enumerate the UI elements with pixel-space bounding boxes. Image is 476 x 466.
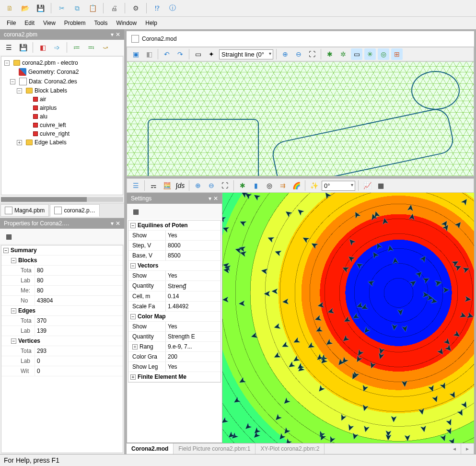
shapes-icon[interactable]: ◧ xyxy=(37,42,48,53)
zoom-in2-icon[interactable]: ⊕ xyxy=(192,180,204,191)
close-icon[interactable]: ✕ xyxy=(116,31,120,38)
window-icon[interactable]: ▣ xyxy=(130,48,141,60)
field-picture-viewport[interactable]: ➤➤➤➤➤➤➤➤➤➤➤➤➤➤➤➤➤➤➤➤➤➤➤➤➤➤➤➤➤➤➤➤➤➤➤➤➤➤➤➤… xyxy=(222,193,474,443)
fit2-icon[interactable]: ⛶ xyxy=(219,180,231,191)
result-toolbar: ☰ ⚎ 🧮 ∫ds ⊕ ⊖ ⛶ ✱ ▮ ◎ ⇉ 🌈 ✨ 0° 📈 ▦ xyxy=(127,178,474,193)
mesh-refine-icon[interactable]: ✳ xyxy=(364,48,376,60)
mesh1-icon[interactable]: ✱ xyxy=(324,48,336,60)
close-icon[interactable]: ✕ xyxy=(213,195,218,202)
mesh-target-icon[interactable]: ◎ xyxy=(378,48,389,60)
calc-icon[interactable]: 🧮 xyxy=(161,180,173,191)
zoom-out-icon[interactable]: ⊖ xyxy=(293,48,304,60)
menu-problem[interactable]: Problem xyxy=(64,20,86,26)
status-bar: For Help, press F1 xyxy=(0,454,476,466)
copy-icon[interactable]: ⧉ xyxy=(71,2,83,14)
contour-icon[interactable]: ◎ xyxy=(264,180,275,191)
solid-view-icon[interactable]: ▮ xyxy=(250,180,262,191)
doc-icon xyxy=(54,207,62,214)
vector-icon[interactable]: ⇉ xyxy=(277,180,289,191)
tab-corona2[interactable]: corona2.p… xyxy=(50,204,99,217)
settings-panel: Settings ▾✕ ▦ −Equilines of Poten ShowYe… xyxy=(127,193,222,443)
left-sidebar: corona2.pbm ▾ ✕ ☰ 💾 ◧ ➩ ≔ ≕ ⤻ −corona2.p… xyxy=(0,29,125,454)
fit-icon[interactable]: ⛶ xyxy=(306,48,318,60)
integral-icon[interactable]: ∫ds xyxy=(174,180,186,191)
folder-icon xyxy=(26,140,33,145)
options2-icon[interactable]: ⚎ xyxy=(148,180,159,191)
horizontal-scrollbar[interactable] xyxy=(1,197,123,202)
mesh2-icon[interactable]: ✲ xyxy=(337,48,349,60)
select-rect-icon[interactable]: ▭ xyxy=(192,48,204,60)
folder-icon xyxy=(13,60,20,66)
main-toolbar: 🗎 📂 💾 ✂ ⧉ 📋 🖨 ⚙ ⁉ ⓘ xyxy=(0,0,476,17)
model-title: Corona2.mod xyxy=(142,35,177,42)
tree-toolbar: ☰ 💾 ◧ ➩ ≔ ≕ ⤻ xyxy=(0,40,124,55)
tab-field-picture[interactable]: Field Picture corona2.pbm:1 xyxy=(174,443,255,454)
mesh-grid-icon[interactable]: ⊞ xyxy=(391,48,403,60)
rainbow-icon[interactable]: 🌈 xyxy=(290,180,302,191)
dropdown-icon[interactable]: ▾ xyxy=(111,220,114,227)
menu-tools[interactable]: Tools xyxy=(94,20,108,26)
open-file-icon[interactable]: 📂 xyxy=(19,2,31,14)
draw-mode-dropdown[interactable]: Straight line (0° xyxy=(219,49,273,59)
tree-panel-title: corona2.pbm xyxy=(4,31,37,38)
tab-xy-plot[interactable]: XY-Plot corona2.pbm:2 xyxy=(255,443,325,454)
mesh-toolbar: ▣ ◧ ↶ ↷ ▭ ✦ Straight line (0° ⊕ ⊖ ⛶ ✱ ✲ … xyxy=(127,47,474,61)
menu-bar: File Edit View Problem Tools Window Help xyxy=(0,17,476,29)
menu-window[interactable]: Window xyxy=(116,20,137,26)
magic-select-icon[interactable]: ✦ xyxy=(206,48,217,60)
options-icon[interactable]: ☰ xyxy=(3,42,14,53)
paste-icon[interactable]: 📋 xyxy=(87,2,98,14)
block-icon xyxy=(33,131,38,136)
mesh-view-icon[interactable]: ✱ xyxy=(237,180,248,191)
print-icon[interactable]: 🖨 xyxy=(108,2,120,14)
new-file-icon[interactable]: 🗎 xyxy=(4,2,15,14)
props-view-icon[interactable]: ▦ xyxy=(130,206,141,217)
block-icon xyxy=(33,123,38,128)
insert-icon[interactable]: ➩ xyxy=(51,42,63,53)
block-icon xyxy=(33,105,38,110)
scroll-left-icon[interactable]: ◂ xyxy=(448,443,461,454)
menu-help[interactable]: Help xyxy=(145,20,157,26)
properties-grid: −Summary −Blocks Tota80 Lab80 Me:80 No43… xyxy=(1,245,123,453)
filter1-icon[interactable]: ≔ xyxy=(71,42,82,53)
model-tab-header: Corona2.mod xyxy=(127,31,474,47)
save-icon[interactable]: 💾 xyxy=(35,2,46,14)
tab-magn4[interactable]: Magn4.pbm xyxy=(0,204,49,217)
props-view-icon[interactable]: ▦ xyxy=(3,231,14,242)
zoom-in-icon[interactable]: ⊕ xyxy=(279,48,291,60)
table-icon[interactable]: ▦ xyxy=(375,180,386,191)
geometry-icon xyxy=(19,68,26,76)
block-icon xyxy=(33,97,38,102)
menu-view[interactable]: View xyxy=(43,20,56,26)
properties-title: Properties for Corona2.… xyxy=(4,220,70,227)
settings-header: Settings ▾✕ xyxy=(127,193,222,204)
dropdown-icon[interactable]: ▾ xyxy=(111,31,114,38)
workspace-tabs: Corona2.mod Field Picture corona2.pbm:1 … xyxy=(127,443,474,454)
angle-dropdown[interactable]: 0° xyxy=(322,181,355,191)
close-icon[interactable]: ✕ xyxy=(116,220,120,227)
filter2-icon[interactable]: ≕ xyxy=(85,42,97,53)
tab-mod[interactable]: Corona2.mod xyxy=(127,443,174,454)
about-icon[interactable]: ⓘ xyxy=(167,2,178,14)
mesh-select-icon[interactable]: ▭ xyxy=(351,48,362,60)
view-list-icon[interactable]: ☰ xyxy=(130,180,141,191)
mesh-viewport[interactable] xyxy=(127,61,474,176)
cube-icon[interactable]: ◧ xyxy=(143,48,155,60)
cut-icon[interactable]: ✂ xyxy=(56,2,68,14)
save-tree-icon[interactable]: 💾 xyxy=(17,42,29,53)
menu-file[interactable]: File xyxy=(7,20,16,26)
menu-edit[interactable]: Edit xyxy=(24,20,35,26)
main-workspace: Corona2.mod ▣ ◧ ↶ ↷ ▭ ✦ Straight line (0… xyxy=(125,29,476,454)
tool-icon[interactable]: ⤻ xyxy=(100,42,111,53)
settings-icon[interactable]: ⚙ xyxy=(130,2,141,14)
project-tree[interactable]: −corona2.pbm - electro Geometry: Corona2… xyxy=(1,56,123,195)
pick-icon[interactable]: ✨ xyxy=(308,180,320,191)
dropdown-icon[interactable]: ▾ xyxy=(209,195,211,202)
help-options-icon[interactable]: ⁉ xyxy=(151,2,163,14)
block-icon xyxy=(33,114,38,119)
zoom-out2-icon[interactable]: ⊖ xyxy=(206,180,217,191)
redo-icon[interactable]: ↷ xyxy=(174,48,186,60)
undo-icon[interactable]: ↶ xyxy=(161,48,173,60)
graph-icon[interactable]: 📈 xyxy=(361,180,373,191)
scroll-right-icon[interactable]: ▸ xyxy=(461,443,474,454)
